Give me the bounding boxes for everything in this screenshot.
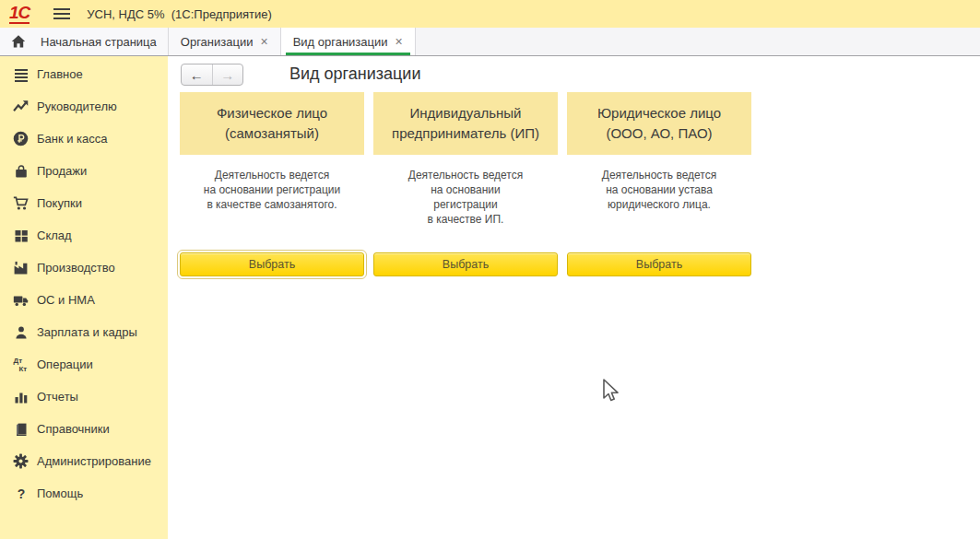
trending-up-icon [13, 99, 29, 114]
close-icon[interactable]: × [260, 35, 267, 48]
boxes-icon [13, 228, 29, 243]
back-button[interactable]: ← [182, 64, 213, 85]
debit-credit-icon: Дт Кт [13, 357, 29, 372]
1c-logo: 1С [9, 4, 30, 24]
select-button-ip[interactable]: Выбрать [373, 252, 558, 276]
sidebar-item-payroll-hr[interactable]: Зарплата и кадры [0, 316, 168, 348]
card-individual-self-employed: Физическое лицо (самозанятый) Деятельнос… [180, 92, 364, 280]
sidebar-item-label: Производство [37, 261, 115, 275]
select-button-legal-entity[interactable]: Выбрать [567, 252, 751, 276]
tab-home-page[interactable]: Начальная страница [0, 28, 169, 55]
card-title: Физическое лицо (самозанятый) [180, 92, 364, 155]
gear-icon [13, 453, 29, 469]
section-sidebar: Главное Руководителю Банк и касса Продаж… [0, 56, 168, 539]
shopping-bag-icon [13, 163, 29, 179]
tab-bar: Начальная страница Организации × Вид орг… [0, 28, 980, 56]
menu-icon [13, 66, 29, 82]
sidebar-item-fixed-assets[interactable]: ОС и НМА [0, 284, 168, 316]
forward-button[interactable]: → [213, 64, 243, 85]
sidebar-item-help[interactable]: ? Помощь [0, 477, 168, 510]
sidebar-item-reports[interactable]: Отчеты [0, 381, 168, 413]
sidebar-item-label: Главное [37, 67, 83, 81]
page-title: Вид организации [289, 64, 420, 84]
sidebar-item-label: Помощь [37, 486, 83, 500]
factory-icon [13, 260, 29, 275]
card-title: Юридическое лицо (ООО, АО, ПАО) [567, 92, 751, 155]
main-menu-icon[interactable] [53, 6, 70, 22]
book-icon [13, 421, 29, 437]
sidebar-item-sales[interactable]: Продажи [0, 155, 168, 187]
sidebar-item-administration[interactable]: Администрирование [0, 445, 168, 477]
tab-label: Вид организации [293, 35, 388, 49]
sidebar-item-warehouse[interactable]: Склад [0, 219, 168, 252]
sidebar-item-purchases[interactable]: Покупки [0, 187, 168, 219]
sidebar-item-label: Справочники [37, 422, 110, 436]
home-icon [11, 34, 26, 49]
sidebar-item-directories[interactable]: Справочники [0, 413, 168, 445]
sidebar-item-label: Покупки [37, 196, 82, 210]
window-titlebar: 1С УСН, НДС 5% (1С:Предприятие) [0, 0, 980, 28]
person-icon [13, 324, 29, 340]
sidebar-item-bank-cash[interactable]: Банк и касса [0, 123, 168, 155]
content-area: ← → Вид организации Физическое лицо (сам… [168, 56, 980, 539]
select-button-self-employed[interactable]: Выбрать [180, 252, 364, 276]
tab-home-label: Начальная страница [41, 35, 157, 49]
sidebar-item-manager[interactable]: Руководителю [0, 90, 168, 123]
card-entrepreneur-ip: Индивидуальный предприниматель (ИП) Деят… [373, 92, 558, 280]
window-title: УСН, НДС 5% (1С:Предприятие) [87, 7, 271, 21]
svg-text:Кт: Кт [18, 365, 27, 372]
card-description: Деятельность ведется на основании регист… [180, 168, 364, 212]
sidebar-item-label: Банк и касса [37, 132, 108, 146]
card-description: Деятельность ведется на основании устава… [567, 168, 751, 212]
shopping-cart-icon [13, 195, 29, 211]
history-nav-group: ← → [181, 64, 243, 86]
truck-icon [13, 292, 29, 308]
ruble-coin-icon [13, 131, 29, 146]
close-icon[interactable]: × [396, 35, 403, 48]
organization-kind-cards: Физическое лицо (самозанятый) Деятельнос… [180, 92, 751, 280]
sidebar-item-label: Продажи [37, 164, 87, 178]
sidebar-item-label: Склад [37, 228, 72, 242]
sidebar-item-label: Руководителю [37, 100, 117, 113]
card-title: Индивидуальный предприниматель (ИП) [373, 92, 558, 155]
sidebar-item-operations[interactable]: Дт Кт Операции [0, 348, 168, 381]
tab-organization-kind[interactable]: Вид организации × [281, 28, 416, 55]
sidebar-item-label: Операции [37, 357, 93, 371]
sidebar-item-label: ОС и НМА [37, 293, 95, 307]
sidebar-item-label: Зарплата и кадры [37, 325, 137, 339]
tab-organizations[interactable]: Организации × [169, 28, 281, 55]
svg-text:?: ? [17, 486, 25, 501]
tab-label: Организации [181, 35, 254, 49]
card-description: Деятельность ведется на основании регист… [373, 168, 558, 227]
sidebar-item-main[interactable]: Главное [0, 58, 168, 90]
sidebar-item-label: Администрирование [37, 454, 151, 468]
sidebar-item-label: Отчеты [37, 390, 78, 404]
bar-chart-icon [13, 389, 29, 404]
sidebar-item-production[interactable]: Производство [0, 252, 168, 284]
question-icon: ? [13, 486, 29, 501]
card-legal-entity: Юридическое лицо (ООО, АО, ПАО) Деятельн… [567, 92, 751, 280]
